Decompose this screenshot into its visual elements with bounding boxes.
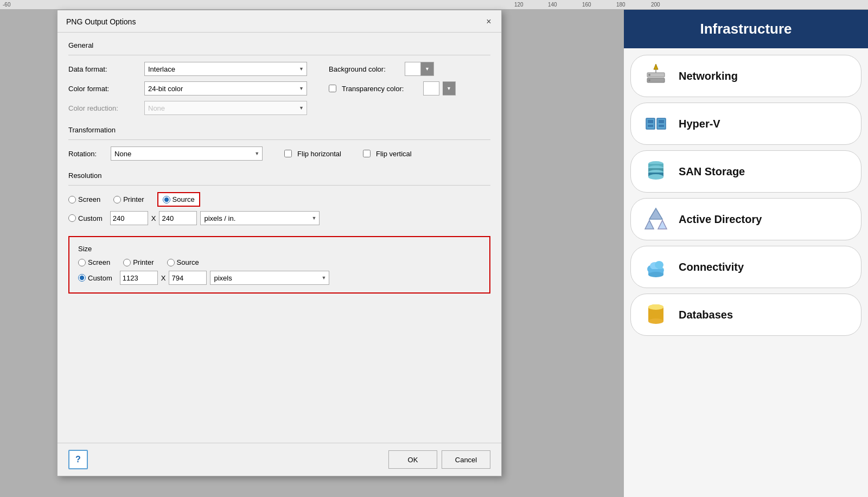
size-source-radio[interactable]	[167, 259, 175, 266]
infrastructure-header: Infrastructure	[624, 10, 868, 48]
svg-rect-10	[648, 125, 653, 127]
transparency-row: Transparency color: ▼	[329, 81, 456, 95]
png-output-dialog: PNG Output Options × General Data format…	[57, 10, 502, 476]
size-printer-group[interactable]: Printer	[123, 258, 154, 266]
transparency-color-box[interactable]	[423, 81, 439, 95]
flip-vertical-label: Flip vertical	[376, 150, 412, 158]
rotation-select-wrapper[interactable]: None 90° 180° 270°	[111, 146, 263, 161]
resolution-source-radio[interactable]	[163, 196, 170, 203]
flip-horizontal-checkbox[interactable]	[284, 150, 292, 157]
size-section: Size Screen Printer Source	[68, 236, 490, 294]
data-format-select-wrapper[interactable]: Interlace Non-interlace	[144, 62, 307, 76]
svg-marker-4	[654, 64, 658, 69]
size-source-group[interactable]: Source	[167, 258, 199, 266]
infra-item-databases[interactable]: Databases	[630, 294, 861, 336]
size-unit-wrapper[interactable]: pixels inches cm	[210, 271, 329, 285]
cancel-button[interactable]: Cancel	[442, 450, 490, 469]
right-panel: Infrastructure Networking	[624, 10, 868, 497]
data-format-select[interactable]: Interlace Non-interlace	[144, 62, 307, 76]
color-format-select[interactable]: 24-bit color 8-bit color	[144, 81, 307, 95]
size-unit-select[interactable]: pixels inches cm	[210, 271, 329, 285]
size-custom-radio[interactable]	[78, 274, 86, 282]
resolution-screen-group[interactable]: Screen	[68, 195, 100, 203]
size-custom-label: Custom	[88, 274, 112, 282]
resolution-printer-group[interactable]: Printer	[113, 195, 144, 203]
resolution-printer-radio[interactable]	[113, 196, 121, 203]
infra-item-active-directory[interactable]: Active Directory	[630, 198, 861, 240]
resolution-custom-row: Custom 240 X 240 pixels / in. pixels / c…	[68, 211, 490, 225]
connectivity-icon	[642, 253, 670, 281]
size-y-input[interactable]: 794	[169, 271, 207, 285]
color-reduction-row: Color reduction: None	[68, 101, 490, 115]
databases-icon	[642, 301, 670, 329]
resolution-unit-wrapper[interactable]: pixels / in. pixels / cm	[200, 211, 320, 225]
san-icon	[642, 157, 670, 186]
size-printer-radio[interactable]	[123, 259, 131, 266]
size-screen-label: Screen	[88, 258, 110, 266]
flip-vertical-checkbox[interactable]	[363, 150, 371, 157]
connectivity-label: Connectivity	[679, 261, 744, 273]
help-button[interactable]: ?	[68, 450, 88, 469]
svg-point-2	[648, 74, 650, 76]
resolution-screen-radio[interactable]	[68, 196, 76, 203]
flip-vertical-group: Flip vertical	[363, 150, 412, 158]
size-custom-row: Custom 1123 X 794 pixels inches cm	[78, 271, 481, 285]
svg-point-25	[655, 261, 663, 269]
size-x-input[interactable]: 1123	[120, 271, 158, 285]
resolution-x-input[interactable]: 240	[110, 211, 148, 225]
rotation-row: Rotation: None 90° 180° 270° Flip hori	[68, 146, 490, 161]
resolution-custom-label: Custom	[78, 214, 103, 222]
dialog-close-button[interactable]: ×	[483, 16, 495, 28]
resolution-printer-label: Printer	[123, 195, 144, 203]
ok-button[interactable]: OK	[388, 450, 437, 469]
background-color-label: Background color:	[329, 65, 405, 73]
networking-label: Networking	[679, 70, 738, 82]
size-screen-group[interactable]: Screen	[78, 258, 110, 266]
background-color-dropdown[interactable]: ▼	[421, 62, 434, 76]
canvas-area: PNG Output Options × General Data format…	[0, 10, 624, 497]
background-color-picker[interactable]: ▼	[405, 62, 434, 76]
resolution-source-group[interactable]: Source	[157, 192, 200, 207]
svg-point-31	[648, 304, 663, 310]
resolution-custom-group[interactable]: Custom	[68, 214, 103, 222]
infrastructure-items: Networking Hyper-V	[624, 48, 868, 342]
color-format-row: Color format: 24-bit color 8-bit color T…	[68, 81, 490, 95]
size-radio-row: Screen Printer Source	[78, 258, 481, 266]
background-color-box[interactable]	[405, 62, 421, 76]
svg-point-3	[648, 79, 650, 81]
general-section-label: General	[68, 41, 490, 49]
transformation-section-label: Transformation	[68, 126, 490, 134]
color-format-select-wrapper[interactable]: 24-bit color 8-bit color	[144, 81, 307, 95]
transparency-color-label: Transparency color:	[342, 85, 418, 93]
infra-item-networking[interactable]: Networking	[630, 55, 861, 97]
hyperv-label: Hyper-V	[679, 118, 720, 130]
transformation-section: Transformation Rotation: None 90° 180° 2…	[68, 126, 490, 161]
infra-item-san[interactable]: SAN Storage	[630, 150, 861, 193]
size-screen-radio[interactable]	[78, 259, 86, 266]
transparency-checkbox[interactable]	[329, 85, 336, 92]
size-x-separator: X	[161, 274, 166, 282]
resolution-custom-radio[interactable]	[68, 214, 76, 222]
rotation-select[interactable]: None 90° 180° 270°	[111, 146, 263, 161]
svg-point-30	[648, 318, 663, 324]
dialog-title: PNG Output Options	[66, 17, 136, 26]
resolution-unit-select[interactable]: pixels / in. pixels / cm	[200, 211, 320, 225]
data-format-label: Data format:	[68, 65, 144, 73]
dialog-titlebar: PNG Output Options ×	[58, 10, 501, 33]
svg-marker-21	[658, 220, 667, 229]
size-custom-group[interactable]: Custom	[78, 274, 112, 282]
networking-icon	[642, 62, 670, 90]
svg-rect-7	[648, 120, 653, 123]
flip-horizontal-group: Flip horizontal	[284, 150, 341, 158]
resolution-y-input[interactable]: 240	[159, 211, 197, 225]
transparency-color-dropdown[interactable]: ▼	[443, 81, 456, 95]
color-format-label: Color format:	[68, 85, 144, 93]
size-section-label: Size	[78, 245, 481, 253]
resolution-x-separator: X	[151, 214, 156, 222]
svg-point-18	[648, 174, 663, 180]
ruler: -60 120 140 160 180 200	[0, 0, 868, 10]
color-reduction-label: Color reduction:	[68, 104, 144, 112]
infra-item-connectivity[interactable]: Connectivity	[630, 246, 861, 288]
infra-item-hyperv[interactable]: Hyper-V	[630, 103, 861, 145]
svg-rect-11	[659, 125, 664, 127]
